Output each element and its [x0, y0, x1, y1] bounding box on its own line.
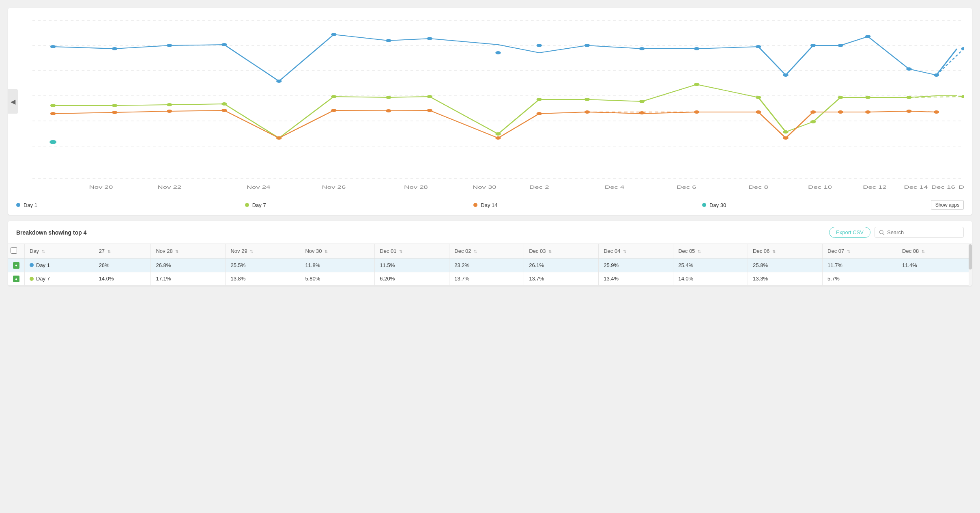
- day-cell-day7: Day 7: [30, 276, 89, 282]
- cell-dec06: 25.8%: [748, 259, 823, 272]
- svg-text:Nov 30: Nov 30: [473, 185, 496, 190]
- svg-point-70: [694, 110, 700, 114]
- header-dec05[interactable]: Dec 05 ⇅: [673, 244, 748, 259]
- header-dec02[interactable]: Dec 02 ⇅: [449, 244, 524, 259]
- cell-dec01-day7: 6.20%: [375, 272, 449, 286]
- cell-dec07-day7: 5.7%: [823, 272, 897, 286]
- select-all-checkbox[interactable]: [11, 247, 17, 254]
- svg-point-64: [427, 109, 432, 112]
- cell-dec08-day7: [897, 272, 972, 286]
- svg-point-27: [756, 45, 761, 48]
- svg-point-32: [906, 67, 912, 71]
- cell-dec03-day7: 13.7%: [524, 272, 599, 286]
- day-dot-day1: [30, 263, 34, 267]
- svg-point-57: [50, 112, 56, 115]
- cell-dec05-day7: 14.0%: [673, 272, 748, 286]
- data-table: Day ⇅ 27 ⇅ Nov 28 ⇅ Nov 29 ⇅ Nov 30 ⇅ De…: [8, 244, 972, 286]
- svg-point-53: [865, 96, 871, 99]
- legend-dot-day7: [245, 203, 249, 207]
- header-dec06[interactable]: Dec 06 ⇅: [748, 244, 823, 259]
- search-wrapper: [875, 227, 964, 238]
- table-row: ● Day 1 26% 26.8% 25.5% 11.8% 11.5%: [8, 259, 972, 272]
- svg-point-22: [495, 51, 501, 54]
- svg-point-26: [694, 47, 700, 50]
- cell-dec08: 11.4%: [897, 259, 972, 272]
- header-checkbox-col: [8, 244, 25, 259]
- header-dec07[interactable]: Dec 07 ⇅: [823, 244, 897, 259]
- svg-point-30: [838, 44, 843, 47]
- header-day[interactable]: Day ⇅: [25, 244, 94, 259]
- header-dec03[interactable]: Dec 03 ⇅: [524, 244, 599, 259]
- day-label-cell: Day 1: [25, 259, 94, 272]
- scrollbar-thumb[interactable]: [969, 244, 972, 269]
- sort-icon-dec02: ⇅: [474, 249, 477, 254]
- svg-point-58: [112, 111, 118, 114]
- svg-point-76: [906, 110, 912, 113]
- cell-nov29-day7: 13.8%: [226, 272, 300, 286]
- svg-point-29: [810, 44, 816, 47]
- svg-point-61: [276, 136, 282, 140]
- cell-dec06-day7: 13.3%: [748, 272, 823, 286]
- sort-icon-nov28: ⇅: [175, 249, 178, 254]
- header-dec08[interactable]: Dec 08 ⇅: [897, 244, 972, 259]
- scrollbar-track[interactable]: [969, 244, 972, 286]
- sort-icon-dec04: ⇅: [623, 249, 626, 254]
- cell-nov29: 25.5%: [226, 259, 300, 272]
- row-checkbox-cell: ●: [8, 259, 25, 272]
- svg-point-47: [639, 100, 645, 103]
- sort-icon-dec05: ⇅: [698, 249, 701, 254]
- svg-text:Dec 18: Dec 18: [959, 185, 964, 190]
- legend-item-day7: Day 7: [245, 200, 458, 210]
- day-text-day7: Day 7: [36, 276, 50, 282]
- cell-nov28: 26.8%: [151, 259, 226, 272]
- svg-point-15: [112, 47, 118, 50]
- svg-point-45: [537, 98, 542, 101]
- cell-dec04-day7: 13.4%: [599, 272, 673, 286]
- cell-dec04: 25.9%: [599, 259, 673, 272]
- svg-text:Dec 6: Dec 6: [677, 185, 696, 190]
- svg-text:Dec 16: Dec 16: [931, 185, 955, 190]
- row-toggle-day1[interactable]: ●: [13, 262, 19, 269]
- header-nov28[interactable]: Nov 28 ⇅: [151, 244, 226, 259]
- sort-icon-dec01: ⇅: [399, 249, 402, 254]
- header-col-27[interactable]: 27 ⇅: [94, 244, 151, 259]
- svg-point-24: [585, 44, 590, 47]
- table-row: ● Day 7 14.0% 17.1% 13.8% 5.80% 6.20%: [8, 272, 972, 286]
- svg-point-50: [783, 130, 789, 134]
- legend-item-day1: Day 1: [16, 200, 229, 210]
- svg-point-38: [167, 103, 172, 106]
- show-apps-button[interactable]: Show apps: [931, 200, 964, 210]
- svg-point-36: [50, 104, 56, 107]
- row-checkbox-cell: ●: [8, 272, 25, 286]
- sort-icon-dec07: ⇅: [847, 249, 850, 254]
- svg-point-20: [386, 39, 391, 42]
- legend-label-day14: Day 14: [481, 202, 497, 208]
- svg-point-60: [221, 109, 227, 112]
- svg-point-52: [838, 96, 843, 99]
- export-csv-button[interactable]: Export CSV: [829, 227, 870, 238]
- header-nov29[interactable]: Nov 29 ⇅: [226, 244, 300, 259]
- sort-icon-dec03: ⇅: [548, 249, 552, 254]
- svg-point-71: [756, 110, 761, 114]
- chart-area: 30% 25% 20% 15% 10% 5% 0%: [8, 8, 972, 195]
- svg-point-66: [537, 112, 542, 115]
- row-toggle-day7[interactable]: ●: [13, 276, 19, 282]
- svg-point-51: [810, 120, 816, 123]
- search-input[interactable]: [887, 229, 959, 235]
- header-nov30[interactable]: Nov 30 ⇅: [300, 244, 375, 259]
- svg-point-37: [112, 104, 118, 107]
- cell-dec01: 11.5%: [375, 259, 449, 272]
- svg-text:Dec 10: Dec 10: [808, 185, 832, 190]
- header-dec01[interactable]: Dec 01 ⇅: [375, 244, 449, 259]
- svg-text:Dec 8: Dec 8: [748, 185, 768, 190]
- sort-icon-nov30: ⇅: [325, 249, 328, 254]
- svg-point-73: [810, 110, 816, 114]
- chart-container: 30% 25% 20% 15% 10% 5% 0%: [32, 16, 964, 191]
- svg-point-62: [331, 109, 337, 112]
- sort-icon-day: ⇅: [42, 249, 45, 254]
- header-dec04[interactable]: Dec 04 ⇅: [599, 244, 673, 259]
- search-icon: [879, 230, 885, 235]
- svg-text:Nov 26: Nov 26: [322, 185, 346, 190]
- svg-point-31: [865, 35, 871, 38]
- cell-27: 26%: [94, 259, 151, 272]
